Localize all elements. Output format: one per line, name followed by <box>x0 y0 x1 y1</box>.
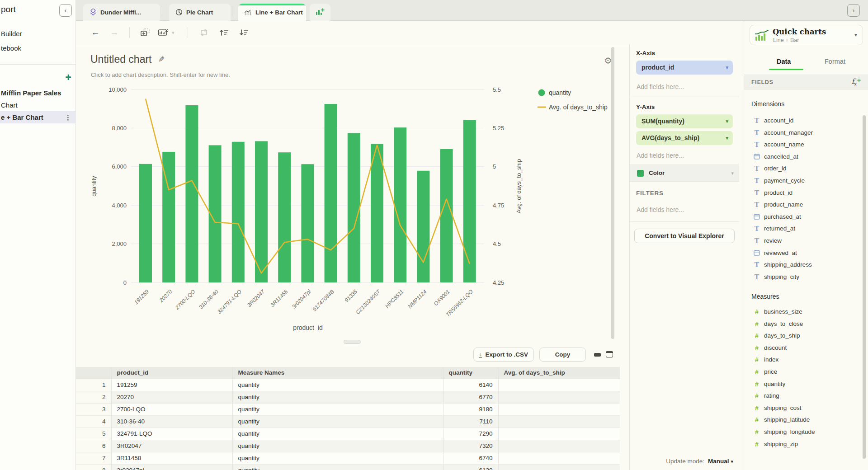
bar-51747084b[interactable] <box>325 104 337 282</box>
export-csv-button[interactable]: ↓ Export to .CSV <box>473 348 534 362</box>
column-header-avg-of-days-to-ship[interactable]: Avg. of days_to_ship <box>498 367 620 379</box>
tab-format[interactable]: Format <box>825 58 845 65</box>
chart-area-scrollbar[interactable] <box>611 47 614 339</box>
measure-business-size[interactable]: #business_size <box>744 306 863 318</box>
dimension-payment-cycle[interactable]: Tpayment_cycle <box>744 175 863 187</box>
measure-shipping-longitude[interactable]: #shipping_longitude <box>744 427 863 438</box>
sidebar-item-notebook[interactable]: tebook <box>1 44 21 52</box>
dimension-review[interactable]: Treview <box>744 235 863 247</box>
measure-days-to-close[interactable]: #days_to_close <box>744 319 863 330</box>
bar-tr56962-lqo[interactable] <box>463 120 476 282</box>
x-axis-add-fields[interactable]: Add fields here... <box>637 83 684 90</box>
tab-data[interactable]: Data <box>777 58 791 65</box>
sort-ascending-button[interactable] <box>217 26 231 39</box>
svg-text:3R11458: 3R11458 <box>269 288 289 308</box>
tab-pie-chart[interactable]: Pie Chart <box>169 4 231 21</box>
copy-button[interactable]: Copy <box>539 348 586 362</box>
expand-panel-button[interactable]: › <box>847 4 860 17</box>
expand-table-icon[interactable] <box>606 351 613 357</box>
text-type-icon: T <box>753 165 760 173</box>
bar-91335[interactable] <box>348 133 360 282</box>
chart-type-selector[interactable]: Quick charts Line + Bar ▾ <box>750 25 863 45</box>
tab-dunder-miffl[interactable]: Dunder Miffl... <box>83 4 160 21</box>
bar-2700-lqo[interactable] <box>185 105 198 282</box>
update-mode-label: Update mode: <box>666 458 704 465</box>
table-cell: quantity <box>232 464 443 470</box>
bar-hpc8511[interactable] <box>394 127 406 282</box>
column-header-measure-names[interactable]: Measure Names <box>232 367 443 379</box>
swap-axes-button[interactable] <box>197 26 211 39</box>
measure-shipping-zip[interactable]: #shipping_zip <box>744 439 863 451</box>
sort-ascending-icon <box>218 28 229 37</box>
bar-3r02047[interactable] <box>255 141 268 282</box>
update-mode-select[interactable]: Manual <box>708 458 729 465</box>
column-header-quantity[interactable]: quantity <box>443 367 498 379</box>
measure-discount[interactable]: #discount <box>744 343 863 354</box>
field-label: rating <box>764 392 779 399</box>
sidebar-item-mifflin-paper-sales[interactable]: Mifflin Paper Sales <box>0 87 76 99</box>
item-menu-icon[interactable]: ⋮ <box>65 111 71 123</box>
undo-button[interactable]: ← <box>89 26 102 39</box>
measure-shipping-cost[interactable]: #shipping_cost <box>744 403 863 414</box>
filters-add-fields[interactable]: Add fields here... <box>637 206 684 213</box>
dimension-account-id[interactable]: Taccount_id <box>744 115 863 127</box>
measure-quantity[interactable]: #quantity <box>744 379 863 390</box>
add-formula-icon[interactable]: fx+ <box>852 77 861 86</box>
duplicate-chart-button[interactable] <box>138 26 152 39</box>
measure-days-to-ship[interactable]: #days_to_ship <box>744 330 863 342</box>
caret-down-icon[interactable]: ▾ <box>172 30 175 36</box>
column-header-product-id[interactable]: product_id <box>111 367 232 379</box>
bar-nmp1124[interactable] <box>417 171 429 282</box>
dimension-shipping-address[interactable]: Tshipping_address <box>744 259 863 271</box>
tab-line-bar-chart[interactable]: Line + Bar Chart⋮ <box>238 4 306 21</box>
dimension-account-name[interactable]: Taccount_name <box>744 139 863 151</box>
collapse-table-icon[interactable] <box>594 353 601 357</box>
dimension-reviewed-at[interactable]: reviewed_at <box>744 248 863 259</box>
dimension-product-id[interactable]: Tproduct_id <box>744 188 863 199</box>
sidebar-item-e-bar-chart[interactable]: e + Bar Chart⋮ <box>0 111 76 123</box>
table-cell: 7290 <box>443 428 498 440</box>
convert-to-visual-explorer-button[interactable]: Convert to Visual Explorer <box>634 229 735 243</box>
x-axis-pill-product-id[interactable]: product_id▾ <box>636 61 733 75</box>
sidebar-item-builder[interactable]: Builder <box>1 30 22 38</box>
dimension-returned-at[interactable]: Treturned_at <box>744 223 863 235</box>
dimension-product-name[interactable]: Tproduct_name <box>744 199 863 211</box>
fields-scrollbar[interactable] <box>863 115 866 459</box>
edit-title-icon[interactable]: ✎ <box>158 55 165 64</box>
new-chart-tab-button[interactable] <box>310 4 330 21</box>
table-cell: 6770 <box>443 391 498 403</box>
y-axis-pill-sum-quantity[interactable]: SUM(quantity)▾ <box>636 114 733 128</box>
chart-title[interactable]: Untitled chart <box>90 53 152 66</box>
color-row[interactable]: Color ▾ <box>630 165 739 182</box>
remove-chart-button[interactable] <box>156 26 170 39</box>
measure-shipping-latitude[interactable]: #shipping_latitude <box>744 414 863 426</box>
table-cell: quantity <box>232 379 443 391</box>
add-chart-button[interactable]: + <box>62 71 74 83</box>
bar-3r02047pl[interactable] <box>301 164 314 282</box>
measure-index[interactable]: #index <box>744 354 863 366</box>
dimension-cancelled-at[interactable]: cancelled_at <box>744 151 863 163</box>
bar-ox9001[interactable] <box>440 149 453 282</box>
chart-description-placeholder[interactable]: Click to add chart description. Shift-en… <box>91 71 230 78</box>
y-axis-pill-avg-days-to-ship[interactable]: AVG(days_to_ship)▾ <box>636 131 733 145</box>
svg-text:5: 5 <box>493 163 496 170</box>
measure-price[interactable]: #price <box>744 367 863 378</box>
dimension-shipping-city[interactable]: Tshipping_city <box>744 272 863 283</box>
dimension-purchased-at[interactable]: purchased_at <box>744 212 863 223</box>
bar-c2130240st[interactable] <box>371 144 383 282</box>
bar-324791-lqo[interactable] <box>232 142 245 282</box>
sidebar-collapse-button[interactable]: ‹ <box>59 4 72 17</box>
y-axis-add-fields[interactable]: Add fields here... <box>637 152 684 159</box>
redo-button[interactable]: → <box>108 26 121 39</box>
dimension-order-id[interactable]: Torder_id <box>744 163 863 175</box>
field-label: returned_at <box>764 225 795 232</box>
measure-rating[interactable]: #rating <box>744 390 863 402</box>
bar-191259[interactable] <box>139 164 152 282</box>
bar-3r11458[interactable] <box>278 152 291 282</box>
tab-label: Dunder Miffl... <box>100 9 141 16</box>
dimension-account-manager[interactable]: Taccount_manager <box>744 127 863 139</box>
sort-descending-button[interactable] <box>237 26 250 39</box>
sidebar-item-chart[interactable]: Chart <box>0 99 76 111</box>
table-cell: 3R02047 <box>111 440 232 452</box>
calendar-icon <box>753 249 760 258</box>
